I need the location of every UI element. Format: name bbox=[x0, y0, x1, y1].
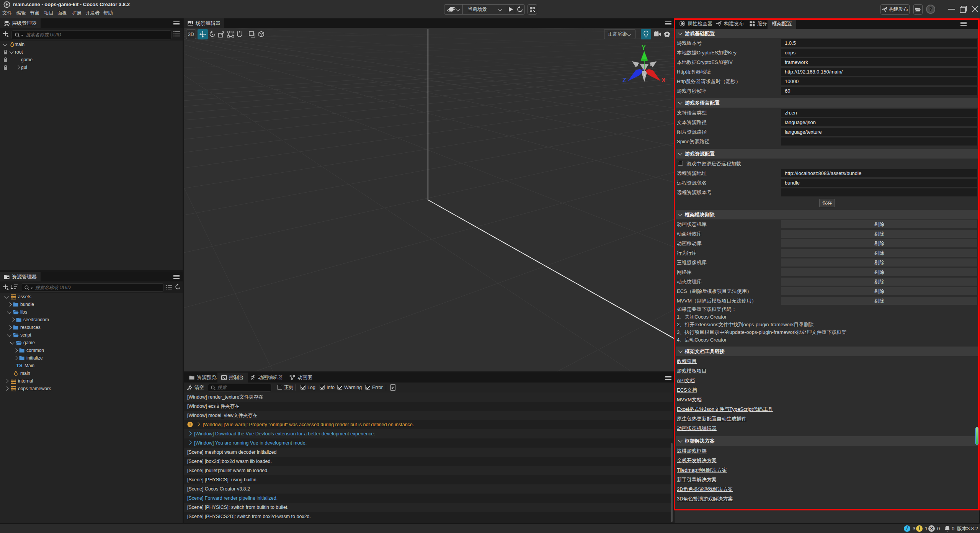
svg-text:X: X bbox=[662, 77, 666, 83]
svg-text:Y: Y bbox=[642, 44, 646, 51]
svg-text:Z: Z bbox=[622, 77, 626, 83]
